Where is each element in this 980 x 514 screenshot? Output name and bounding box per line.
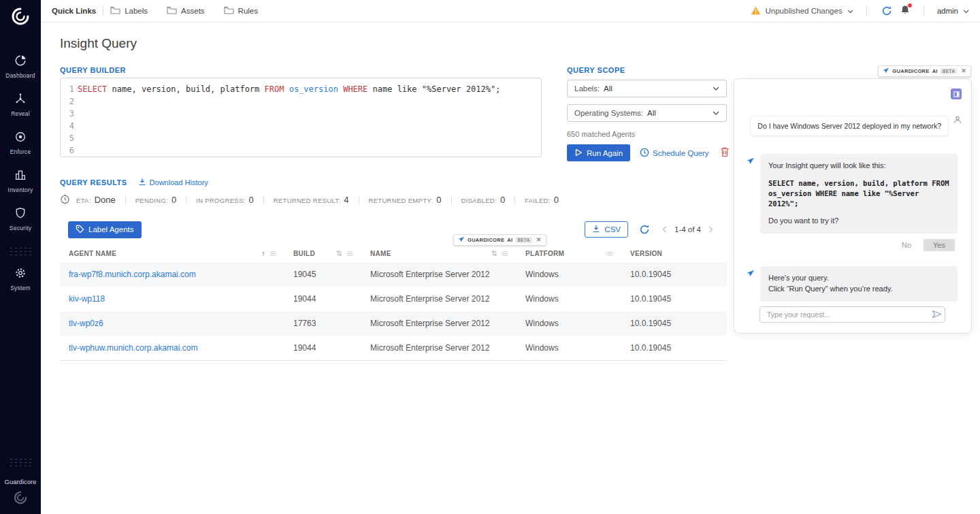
ai-logo-icon	[458, 236, 465, 244]
build-cell: 19044	[284, 294, 361, 304]
column-header-name[interactable]: NAME ⇅	[361, 244, 517, 262]
folder-icon	[167, 6, 177, 16]
sidebar-item-label: Security	[10, 225, 31, 231]
sort-icon[interactable]: ⇅	[336, 249, 342, 258]
sidebar-item-enforce[interactable]: Enforce	[0, 131, 41, 155]
sidebar-item-inventory[interactable]: Inventory	[0, 169, 41, 193]
no-button[interactable]: No	[896, 239, 917, 251]
chevron-down-icon	[713, 84, 719, 93]
guardicore-ai-pill[interactable]: GUARDICORE AI BETA ✕	[453, 234, 546, 246]
labels-filter-dropdown[interactable]: Labels: All	[567, 80, 727, 97]
results-section: Label Agents CSV 1-4 of 4 GUARDICORE AI …	[60, 218, 727, 361]
quick-links-label[interactable]: Quick Links	[52, 7, 96, 15]
bot-message-bubble: Here's your query. Click “Run Query” whe…	[760, 266, 958, 302]
user-avatar-icon	[953, 116, 962, 126]
chevron-down-icon	[847, 7, 853, 15]
sort-asc-icon[interactable]: ↑	[261, 249, 265, 257]
sidebar-footer: Guardicore	[5, 456, 37, 507]
nav-item-assets[interactable]: Assets	[167, 6, 205, 16]
column-menu-icon[interactable]	[347, 250, 353, 257]
refresh-icon[interactable]	[880, 4, 894, 18]
pagination: 1-4 of 4	[661, 225, 715, 234]
export-csv-button[interactable]: CSV	[585, 221, 628, 238]
column-menu-icon[interactable]	[607, 250, 612, 257]
refresh-results-icon[interactable]	[638, 223, 651, 236]
platform-cell: Windows	[517, 270, 621, 279]
send-icon[interactable]	[932, 310, 942, 321]
column-header-agent-name[interactable]: AGENT NAME ↑	[60, 244, 284, 262]
results-table: fra-wp7f8.munich.corp.akamai.com 19045 M…	[60, 262, 727, 361]
nav-item-labels[interactable]: Labels	[110, 6, 148, 16]
divider	[103, 6, 103, 16]
inventory-icon	[14, 169, 27, 183]
labels-filter-label: Labels:	[574, 84, 600, 93]
guardicore-logo-icon[interactable]	[10, 6, 31, 29]
agent-name-link[interactable]: kiv-wp118	[60, 294, 284, 304]
close-icon[interactable]: ✕	[536, 237, 542, 243]
os-name-cell: Microsoft Enterprise Server 2012	[361, 270, 517, 279]
chat-messages: Do I have Windows Server 2012 deployed i…	[734, 79, 971, 333]
build-cell: 17763	[284, 319, 361, 328]
yes-button[interactable]: Yes	[924, 239, 955, 251]
query-actions: Run Again Schedule Query	[567, 144, 731, 161]
column-header-version[interactable]: VERSION	[621, 244, 727, 262]
column-menu-icon[interactable]	[502, 250, 508, 257]
table-row[interactable]: fra-wp7f8.munich.corp.akamai.com 19045 M…	[60, 262, 727, 287]
suggested-query-code: SELECT name, version, build, platform FR…	[768, 178, 949, 209]
user-menu[interactable]: admin	[937, 7, 969, 15]
nav-item-label: Assets	[181, 7, 205, 15]
agent-name-link[interactable]: tlv-wp0z6	[60, 319, 284, 328]
gear-icon	[14, 267, 27, 281]
agent-name-link[interactable]: tlv-wphuw.munich.corp.akamai.com	[60, 343, 284, 353]
nav-item-label: Rules	[238, 7, 258, 15]
user-message: Do I have Windows Server 2012 deployed i…	[747, 116, 962, 136]
delete-query-button[interactable]	[719, 145, 731, 161]
results-toolbar: Label Agents CSV 1-4 of 4 GUARDICORE AI …	[60, 218, 727, 241]
sidebar-divider-dots	[9, 246, 32, 256]
divider	[263, 195, 264, 204]
nav-item-rules[interactable]: Rules	[224, 6, 258, 16]
table-row[interactable]: tlv-wphuw.munich.corp.akamai.com 19044 M…	[60, 336, 727, 360]
guardicore-ai-pill[interactable]: GUARDICORE AI BETA ✕	[878, 65, 971, 77]
pagination-prev[interactable]	[661, 225, 668, 234]
run-again-button[interactable]: Run Again	[567, 144, 630, 161]
schedule-query-link[interactable]: Schedule Query	[640, 148, 708, 159]
sidebar: Dashboard Reveal Enforce Inventory Secur…	[0, 0, 41, 514]
platform-cell: Windows	[517, 319, 621, 328]
folder-icon	[110, 6, 120, 16]
chat-input[interactable]	[760, 306, 945, 323]
column-header-build[interactable]: BUILD ⇅	[284, 244, 361, 262]
sort-icon[interactable]: ⇅	[491, 249, 497, 258]
ai-pill-ai: AI	[932, 68, 938, 74]
status-disabled: DISABLED:0	[461, 195, 506, 205]
os-name-cell: Microsoft Enterprise Server 2012	[361, 319, 517, 328]
version-cell: 10.0.19045	[621, 319, 727, 328]
sidebar-item-dashboard[interactable]: Dashboard	[0, 54, 41, 79]
build-cell: 19044	[284, 343, 361, 353]
status-pending: PENDING:0	[135, 195, 177, 205]
status-failed: FAILED:0	[525, 195, 559, 205]
column-header-platform[interactable]: PLATFORM	[517, 244, 621, 262]
notifications-bell-icon[interactable]	[900, 5, 911, 17]
agent-name-link[interactable]: fra-wp7f8.munich.corp.akamai.com	[60, 270, 284, 279]
download-icon	[138, 178, 146, 187]
table-row[interactable]: kiv-wp118 19044 Microsoft Enterprise Ser…	[60, 287, 727, 311]
bot-question: Do you want to try it?	[768, 216, 949, 227]
column-menu-icon[interactable]	[270, 250, 276, 257]
divider	[451, 195, 452, 204]
sidebar-item-security[interactable]: Security	[0, 207, 41, 231]
warning-icon	[751, 6, 761, 16]
close-icon[interactable]: ✕	[961, 68, 966, 74]
os-filter-dropdown[interactable]: Operating Systems: All	[567, 104, 727, 122]
sidebar-item-reveal[interactable]: Reveal	[0, 93, 41, 117]
label-agents-button[interactable]: Label Agents	[68, 221, 142, 238]
download-history-link[interactable]: Download History	[138, 178, 208, 187]
sql-editor[interactable]: 1 2 3 4 5 6 SELECT name, version, build,…	[60, 78, 542, 157]
bot-intro: Your Insight query will look like this:	[768, 161, 949, 172]
pagination-next[interactable]	[707, 225, 715, 234]
divider	[514, 195, 515, 204]
unpublished-changes-dropdown[interactable]: Unpublished Changes	[751, 6, 853, 16]
table-row[interactable]: tlv-wp0z6 17763 Microsoft Enterprise Ser…	[60, 311, 727, 336]
divider	[924, 6, 924, 16]
sidebar-item-system[interactable]: System	[0, 267, 41, 291]
